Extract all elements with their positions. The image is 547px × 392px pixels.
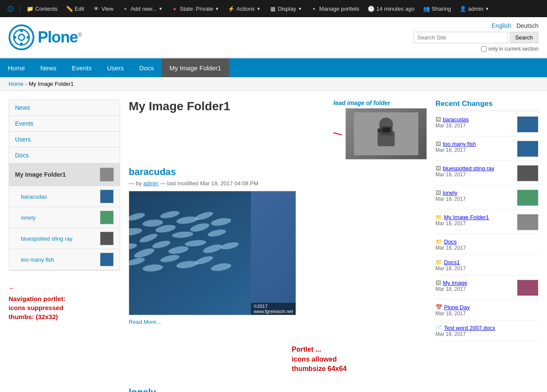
recent-docs1-link[interactable]: Docs1 (444, 259, 460, 265)
recent-link-myimage[interactable]: 🖼 My Image (435, 280, 514, 286)
article-title-lonely[interactable]: lonely (129, 387, 427, 392)
sidebar-subitem-toomanyfish[interactable]: too many fish (9, 249, 120, 270)
sidebar-toomanyfish-link[interactable]: too many fish (21, 256, 54, 263)
toolbar-admin[interactable]: 👤 admin ▼ (456, 3, 493, 14)
site-header: Plone® English Deutsch Search only in cu… (0, 17, 547, 58)
recent-item-bluespotted: 🖼 bluespotted sting ray Mar 18, 2017 (435, 165, 538, 185)
toolbar-display[interactable]: ▦ Display ▼ (266, 3, 306, 14)
clock-icon: 🕐 (368, 5, 375, 12)
recent-date7: Mar 18, 2017 (435, 265, 538, 271)
breadcrumb-home[interactable]: Home (9, 81, 24, 87)
recent-docs-link[interactable]: Docs (444, 238, 457, 245)
toolbar-manage-portlets[interactable]: ▪ Manage portlets (307, 3, 363, 14)
sidebar-current-link[interactable]: My Image Folder1 (15, 171, 66, 178)
read-more-baracudas[interactable]: Read More... (129, 319, 161, 325)
nav-my-image-folder[interactable]: My Image Folder1 (162, 58, 229, 77)
sidebar-subitem-baracudas[interactable]: baracudas (9, 186, 120, 207)
sidebar-news-link[interactable]: News (15, 104, 30, 111)
toolbar-plone-icon[interactable]: ⊙ (3, 2, 18, 15)
recent-testword-link[interactable]: Test word 2007.docx (444, 325, 495, 331)
toolbar-add-new[interactable]: + Add new... ▼ (118, 3, 166, 14)
sidebar-item-events[interactable]: Events (9, 116, 120, 132)
sidebar-subitem-lonely[interactable]: lonely (9, 207, 120, 228)
article-baracudas: baracudas — by admin — last modified Mar… (129, 166, 427, 325)
right-sidebar: Recent Changes 🖼 baracudas Mar 18, 2017 … (435, 100, 538, 392)
lonely-thumb (100, 211, 114, 224)
lang-deutsch[interactable]: Deutsch (517, 22, 538, 29)
image-icon: 🖼 (435, 116, 441, 123)
image-icon2: 🖼 (435, 141, 441, 147)
lang-english[interactable]: English (492, 22, 511, 29)
user-icon: 👤 (459, 5, 466, 12)
recent-toomanyfish-link[interactable]: too many fish (443, 141, 476, 147)
actions-icon: ⚡ (228, 5, 235, 12)
sidebar-baracudas-link[interactable]: baracudas (21, 193, 47, 200)
sidebar-docs-link[interactable]: Docs (15, 152, 29, 159)
recent-item-docs1: 📁 Docs1 Mar 18, 2017 (435, 259, 538, 275)
search-input[interactable] (414, 32, 508, 43)
toolbar-view[interactable]: 👁 View (89, 3, 117, 14)
nav-docs[interactable]: Docs (132, 58, 162, 77)
svg-point-2 (20, 30, 23, 32)
recent-date6: Mar 18, 2017 (435, 245, 538, 251)
sidebar-users-link[interactable]: Users (15, 136, 31, 143)
sidebar-events-link[interactable]: Events (15, 120, 33, 127)
recent-link-ploneday[interactable]: 📅 Plone Day (435, 304, 538, 311)
recent-link-bluespotted[interactable]: 🖼 bluespotted sting ray (435, 165, 514, 172)
logo-icon (9, 24, 34, 50)
recent-ploneday-link[interactable]: Plone Day (444, 304, 470, 311)
toolbar-sharing[interactable]: 👥 Sharing (420, 3, 454, 14)
recent-link-docs[interactable]: 📁 Docs (435, 238, 538, 245)
language-bar: English Deutsch (492, 22, 538, 29)
recent-item-ploneday: 📅 Plone Day Mar 18, 2017 (435, 304, 538, 320)
sidebar-item-news[interactable]: News (9, 100, 120, 116)
recent-link-myimagefolder[interactable]: 📁 My Image Folder1 (435, 214, 514, 220)
recent-changes-title: Recent Changes (435, 100, 538, 111)
recent-item-docs: 📁 Docs Mar 18, 2017 (435, 238, 538, 255)
folder-icon2: 📁 (435, 214, 442, 220)
recent-date3: Mar 18, 2017 (435, 172, 514, 178)
nav-home[interactable]: Home (0, 58, 33, 77)
sidebar-subitem-bluespotted[interactable]: bluespotted sting ray (9, 228, 120, 249)
recent-date10: Mar 18, 2017 (435, 331, 538, 337)
recent-link-toomanyfish[interactable]: 🖼 too many fish (435, 141, 514, 147)
search-button[interactable]: Search (510, 32, 538, 43)
recent-link-lonely[interactable]: 🖼 lonely (435, 190, 514, 196)
recent-lonely-link[interactable]: lonely (443, 190, 457, 196)
recent-item-lonely: 🖼 lonely Mar 18, 2017 (435, 190, 538, 210)
recent-baracudas-link[interactable]: baracudas (443, 116, 469, 123)
nav-events[interactable]: Events (64, 58, 100, 77)
folder-icon: 📁 (27, 5, 33, 12)
toolbar-time[interactable]: 🕐 14 minutes ago (364, 3, 418, 14)
add-icon: + (122, 5, 129, 12)
sidebar-current-folder[interactable]: My Image Folder1 (9, 163, 120, 186)
toolbar-actions[interactable]: ⚡ Actions ▼ (224, 3, 264, 14)
bluespotted-thumb (100, 232, 114, 245)
sharing-icon: 👥 (423, 5, 430, 12)
logo[interactable]: Plone® (9, 24, 82, 50)
sidebar-lonely-link[interactable]: lonely (21, 214, 36, 221)
sidebar-item-users[interactable]: Users (9, 132, 120, 148)
recent-link-testword[interactable]: 📄 Test word 2007.docx (435, 325, 538, 331)
article-title-baracudas[interactable]: baracudas (129, 166, 427, 178)
recent-link-docs1[interactable]: 📁 Docs1 (435, 259, 538, 265)
recent-bluespotted-link[interactable]: bluespotted sting ray (443, 165, 494, 172)
toomanyfish-thumb (100, 253, 114, 266)
only-current-checkbox[interactable] (481, 46, 487, 52)
toolbar-state[interactable]: ● State: Private ▼ (168, 3, 223, 14)
sidebar-bluespotted-link[interactable]: bluespotted sting ray (21, 235, 73, 242)
nav-news[interactable]: News (33, 58, 64, 77)
article-author-link[interactable]: admin (143, 180, 158, 187)
recent-link-baracudas[interactable]: 🖼 baracudas (435, 116, 514, 123)
toolbar-contents[interactable]: 📁 Contents (23, 3, 61, 14)
recent-myimage-link[interactable]: My Image (443, 280, 467, 286)
content-area: My Image Folder1 lead image of folder (129, 100, 427, 392)
sidebar-item-docs[interactable]: Docs (9, 148, 120, 163)
nav-users[interactable]: Users (99, 58, 131, 77)
toolbar-edit[interactable]: ✏️ Edit (63, 3, 88, 14)
svg-point-1 (18, 34, 24, 40)
recent-myimagefolder-link[interactable]: My Image Folder1 (444, 214, 489, 220)
recent-date5: Mar 18, 2017 (435, 220, 514, 226)
doc-icon: 📄 (435, 325, 442, 331)
folder-icon4: 📁 (435, 259, 442, 265)
